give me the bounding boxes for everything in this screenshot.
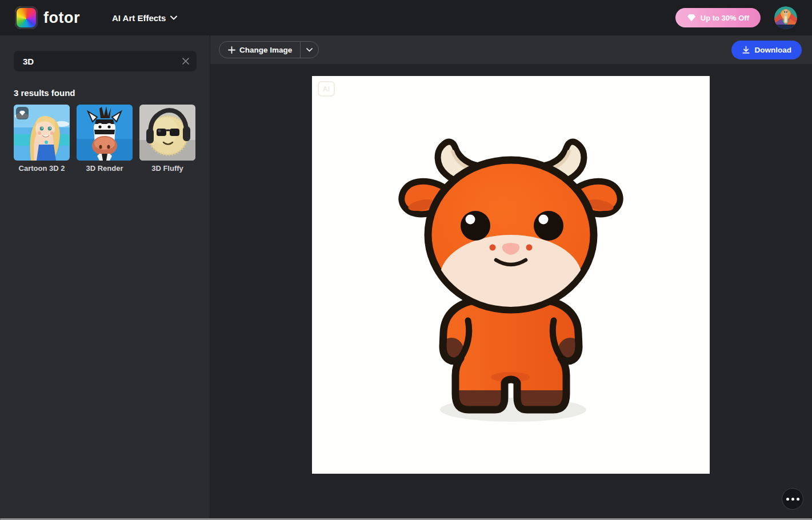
chevron-down-icon xyxy=(306,48,313,52)
effect-3d-render[interactable]: 3D Render xyxy=(77,105,133,173)
editor-toolbar: Change Image Download xyxy=(210,35,812,64)
promo-label: Up to 30% Off xyxy=(701,14,749,22)
more-options-button[interactable] xyxy=(782,488,803,510)
diamond-icon xyxy=(19,110,26,116)
effect-label: Cartoon 3D 2 xyxy=(14,164,70,173)
diamond-icon xyxy=(687,14,696,22)
search-clear-button[interactable] xyxy=(181,56,191,66)
effect-3d-render-preview xyxy=(77,105,133,161)
change-image-split-button: Change Image xyxy=(219,41,319,58)
nav-label: AI Art Effects xyxy=(112,13,166,23)
ai-art-effects-dropdown[interactable]: AI Art Effects xyxy=(112,13,177,23)
download-label: Download xyxy=(755,46,792,54)
effect-label: 3D Render xyxy=(77,164,133,173)
effect-cartoon-3d-2[interactable]: Cartoon 3D 2 xyxy=(14,105,70,173)
fotor-logo-icon xyxy=(15,6,38,29)
close-icon xyxy=(182,57,190,65)
avatar-image xyxy=(774,6,797,29)
upgrade-promo-button[interactable]: Up to 30% Off xyxy=(675,8,761,27)
change-image-more-button[interactable] xyxy=(300,42,318,58)
ai-generated-badge: AI xyxy=(318,81,335,97)
brand-name: fotor xyxy=(43,9,80,27)
change-image-label: Change Image xyxy=(239,46,292,54)
effects-sidebar: 3 results found xyxy=(0,35,210,519)
download-button[interactable]: Download xyxy=(731,41,802,59)
ellipsis-icon xyxy=(786,498,789,501)
top-bar: fotor AI Art Effects Up to 30% Off xyxy=(0,0,812,35)
favorite-badge[interactable] xyxy=(16,107,29,119)
change-image-button[interactable]: Change Image xyxy=(219,42,300,58)
effect-3d-fluffy-preview xyxy=(139,105,195,161)
results-count: 3 results found xyxy=(14,88,75,98)
editor-workspace: Change Image Download xyxy=(210,35,812,520)
effect-results-list: Cartoon 3D 2 xyxy=(14,105,195,173)
fotor-logo[interactable]: fotor xyxy=(15,6,80,29)
plus-icon xyxy=(228,46,235,54)
download-icon xyxy=(742,46,750,54)
ai-badge-label: AI xyxy=(323,85,330,93)
cow-artwork xyxy=(312,76,710,474)
effect-label: 3D Fluffy xyxy=(139,164,195,173)
chevron-down-icon xyxy=(170,15,177,20)
user-avatar[interactable] xyxy=(774,6,797,29)
search-input[interactable] xyxy=(14,51,197,71)
image-canvas: AI xyxy=(312,76,710,474)
effect-3d-fluffy[interactable]: 3D Fluffy xyxy=(139,105,195,173)
